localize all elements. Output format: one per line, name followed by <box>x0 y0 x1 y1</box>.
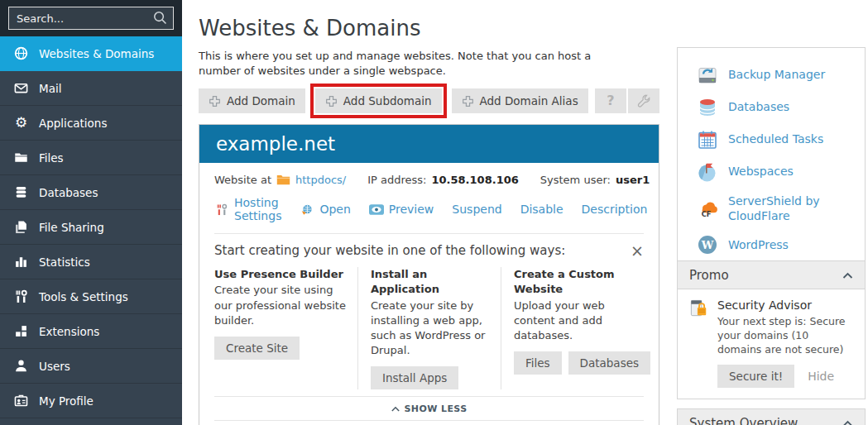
domain-info-row: Website at httpdocs/ IP address: 10.58.1… <box>214 174 644 186</box>
folder-icon <box>276 174 290 185</box>
sidebar-item-label: Statistics <box>39 255 90 269</box>
tool-webspaces[interactable]: Webspaces <box>678 155 865 188</box>
page-title: Websites & Domains <box>199 16 659 41</box>
sidebar-item-applications[interactable]: ⚙ Applications <box>0 106 182 141</box>
tool-servershield-by-cloudflare[interactable]: CF ServerShield by CloudFlare <box>678 188 865 228</box>
blocks-icon <box>13 324 29 338</box>
system-user-label: System user: <box>540 174 611 186</box>
user-icon <box>13 359 29 373</box>
ip-value: 10.58.108.106 <box>432 174 519 186</box>
search-input[interactable] <box>8 7 174 30</box>
column-heading: Install an Application <box>371 267 489 297</box>
column-create-a-custom-website: Create a Custom Website Upload your web … <box>501 267 644 389</box>
toolbar-button-label: Add Domain Alias <box>480 94 578 107</box>
ip-label: IP address: <box>367 174 426 186</box>
plus-icon <box>209 95 221 107</box>
add-domain-alias-button[interactable]: Add Domain Alias <box>452 88 588 113</box>
create-site-button[interactable]: Create Site <box>214 337 300 360</box>
advisor-text: Your next step is: Secure your domains (… <box>717 315 855 357</box>
calendar-icon <box>697 129 718 150</box>
domain-actions-row: Hosting Settings Open Preview Suspend Di… <box>214 196 644 222</box>
tool-wordpress[interactable]: W WordPress <box>678 228 865 260</box>
column-text: Create your site using our professional … <box>214 283 346 328</box>
sidebar-nav: Websites & Domains Mail ⚙ Applications F… <box>0 36 182 418</box>
idcard-icon <box>13 394 29 408</box>
advisor-title: Security Advisor <box>717 298 855 312</box>
sidebar-item-users[interactable]: Users <box>0 349 182 384</box>
help-button[interactable]: ? <box>595 88 626 113</box>
show-less-label: SHOW LESS <box>405 404 468 414</box>
sidebar-item-extensions[interactable]: Extensions <box>0 314 182 349</box>
sidebar-item-mail[interactable]: Mail <box>0 71 182 106</box>
folder-icon <box>13 150 29 165</box>
sidebar-item-tools-settings[interactable]: Tools & Settings <box>0 279 182 314</box>
db-side-icon <box>697 97 718 118</box>
httpdocs-link[interactable]: httpdocs/ <box>295 174 346 186</box>
system-overview-label: System Overview <box>689 416 798 425</box>
open-globe-icon <box>300 203 314 216</box>
column-text: Create your site by installing a web app… <box>371 298 489 359</box>
domain-card: example.net Website at httpdocs/ IP addr… <box>199 124 659 425</box>
tool-databases[interactable]: Databases <box>678 91 865 123</box>
install-apps-button[interactable]: Install Apps <box>371 366 458 389</box>
action-open[interactable]: Open <box>300 203 350 216</box>
action-hosting-settings[interactable]: Hosting Settings <box>214 196 281 222</box>
action-disable[interactable]: Disable <box>520 203 563 216</box>
system-overview-header[interactable]: System Overview <box>678 409 865 425</box>
tools-icon <box>13 289 29 303</box>
sidebar-item-label: File Sharing <box>39 221 104 234</box>
action-preview[interactable]: Preview <box>369 203 434 216</box>
action-description[interactable]: Description <box>582 203 648 216</box>
column-buttons: FilesDatabases <box>514 351 632 375</box>
main-content: Websites & Domains This is where you set… <box>199 0 659 425</box>
sidebar-item-websites-domains[interactable]: Websites & Domains <box>0 36 182 71</box>
tool-backup-manager[interactable]: Backup Manager <box>678 59 865 91</box>
sidebar-item-databases[interactable]: Databases <box>0 175 182 210</box>
gear-icon: ⚙ <box>13 116 29 130</box>
plus-icon <box>325 95 338 107</box>
show-less-toggle[interactable]: SHOW LESS <box>214 396 644 420</box>
promo-panel-header[interactable]: Promo <box>678 261 865 289</box>
sidebar-item-statistics[interactable]: Statistics <box>0 245 182 279</box>
globe-icon <box>13 46 29 60</box>
sidebar-item-label: Files <box>39 151 64 165</box>
add-domain-button[interactable]: Add Domain <box>199 88 305 113</box>
right-tool-label: WordPress <box>728 237 789 252</box>
wrench-icon <box>636 93 651 108</box>
system-user-value: user1 <box>616 174 650 186</box>
sidebar-item-label: Mail <box>39 82 61 95</box>
files-button[interactable]: Files <box>514 351 562 375</box>
column-buttons: Install Apps <box>371 366 489 389</box>
close-icon[interactable]: × <box>627 243 644 260</box>
secure-it-button[interactable]: Secure it! <box>717 365 794 388</box>
sidebar-item-file-sharing[interactable]: File Sharing <box>0 210 182 245</box>
sidebar-item-files[interactable]: Files <box>0 141 182 175</box>
promo-panel-body: Security Advisor Your next step is: Secu… <box>678 289 865 399</box>
advisor-actions: Secure it! Hide <box>717 365 855 388</box>
tool-scheduled-tasks[interactable]: Scheduled Tasks <box>678 123 865 155</box>
action-suspend[interactable]: Suspend <box>452 203 501 216</box>
sidebar-item-label: Databases <box>39 186 98 199</box>
toolbar: Add Domain Add Subdomain Add Domain Alia… <box>199 88 659 113</box>
advisor-content: Security Advisor Your next step is: Secu… <box>717 298 855 388</box>
getting-started-columns: Use Presence Builder Create your site us… <box>214 267 644 389</box>
domain-action-label: Open <box>319 203 350 216</box>
settings-button[interactable] <box>628 88 659 113</box>
toolbar-button-group: Add Domain Add Subdomain Add Domain Alia… <box>199 84 588 118</box>
sidebar-item-my-profile[interactable]: My Profile <box>0 384 182 418</box>
chevron-up-icon <box>842 420 853 425</box>
right-tool-label: Backup Manager <box>728 67 825 82</box>
backup-icon <box>697 64 718 86</box>
toolbar-help-group: ? <box>595 88 659 113</box>
sidebar-search-area <box>0 0 182 36</box>
security-advisor-icon <box>688 298 710 319</box>
add-subdomain-button[interactable]: Add Subdomain <box>315 88 442 113</box>
chart-icon <box>13 255 29 269</box>
tools-small-icon <box>214 203 229 216</box>
databases-button[interactable]: Databases <box>568 351 650 375</box>
sidebar-item-label: Websites & Domains <box>39 47 154 60</box>
column-text: Upload your web content and add database… <box>514 298 632 344</box>
hide-link[interactable]: Hide <box>808 370 834 383</box>
domain-card-body: Website at httpdocs/ IP address: 10.58.1… <box>199 163 659 425</box>
question-icon: ? <box>603 93 618 108</box>
